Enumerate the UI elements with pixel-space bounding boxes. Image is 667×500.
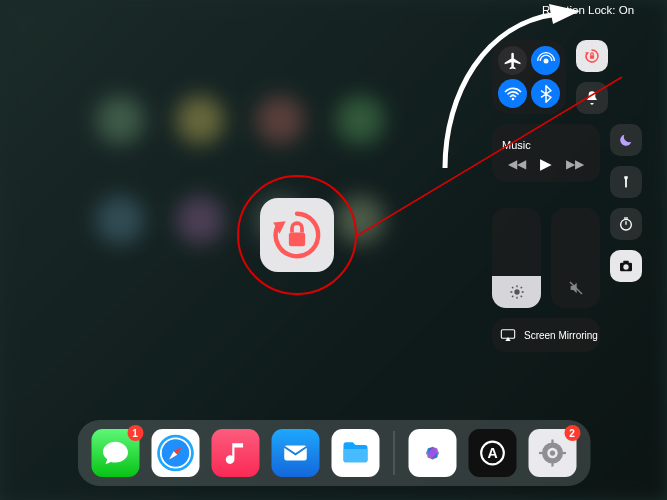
bell-icon — [584, 90, 600, 106]
safari-icon — [153, 431, 197, 475]
svg-point-44 — [549, 450, 554, 455]
timer-button[interactable] — [610, 208, 642, 240]
settings-badge: 2 — [564, 425, 580, 441]
control-center: Music ◀◀ ▶ ▶▶ — [492, 40, 647, 352]
svg-line-10 — [512, 287, 513, 288]
files-app[interactable] — [331, 429, 379, 477]
svg-rect-4 — [590, 55, 594, 58]
dock: 1 A — [77, 420, 590, 486]
music-app[interactable] — [211, 429, 259, 477]
svg-rect-20 — [623, 261, 628, 264]
volume-slider[interactable] — [551, 208, 600, 308]
wifi-toggle[interactable] — [498, 79, 527, 108]
brightness-icon — [509, 284, 525, 300]
flashlight-toggle[interactable] — [610, 166, 642, 198]
rewind-icon[interactable]: ◀◀ — [508, 157, 526, 171]
camera-button[interactable] — [610, 250, 642, 282]
play-icon[interactable]: ▶ — [540, 155, 552, 173]
messages-badge: 1 — [127, 425, 143, 441]
svg-rect-46 — [551, 463, 553, 467]
moon-icon — [618, 132, 634, 148]
svg-rect-48 — [562, 452, 566, 454]
airplane-mode-toggle[interactable] — [498, 46, 527, 75]
screen-mirroring-button[interactable]: Screen Mirroring — [492, 318, 600, 352]
svg-point-1 — [543, 58, 548, 63]
timer-icon — [618, 216, 634, 232]
volume-mute-icon — [568, 280, 584, 296]
airdrop-toggle[interactable] — [531, 46, 560, 75]
music-tile[interactable]: Music ◀◀ ▶ ▶▶ — [492, 124, 600, 182]
rotation-lock-label: Rotation Lock: On — [542, 4, 634, 16]
photos-icon — [415, 436, 449, 470]
screen-mirroring-label: Screen Mirroring — [524, 330, 598, 341]
messages-icon — [100, 438, 130, 468]
a-circle-icon: A — [475, 436, 509, 470]
svg-rect-47 — [539, 452, 543, 454]
dock-separator — [393, 431, 394, 475]
svg-point-5 — [514, 289, 519, 294]
callout-circle — [237, 175, 357, 295]
svg-rect-45 — [551, 440, 553, 444]
forward-icon[interactable]: ▶▶ — [566, 157, 584, 171]
mail-app[interactable] — [271, 429, 319, 477]
photos-app[interactable] — [408, 429, 456, 477]
svg-marker-22 — [505, 337, 510, 341]
do-not-disturb-toggle[interactable] — [610, 124, 642, 156]
settings-icon — [534, 435, 570, 471]
brightness-slider[interactable] — [492, 208, 541, 308]
svg-line-13 — [520, 287, 521, 288]
svg-point-2 — [511, 97, 514, 100]
wifi-icon — [503, 84, 523, 104]
rotation-lock-icon — [583, 47, 601, 65]
screen-mirroring-icon — [500, 328, 516, 342]
bluetooth-toggle[interactable] — [531, 79, 560, 108]
music-note-icon — [222, 440, 248, 466]
silent-mode-toggle[interactable] — [576, 82, 608, 114]
airdrop-icon — [536, 51, 556, 71]
files-icon — [339, 437, 371, 469]
settings-app[interactable]: 2 — [528, 429, 576, 477]
mail-icon — [280, 438, 310, 468]
camera-icon — [618, 258, 634, 274]
svg-text:A: A — [487, 445, 497, 461]
media-controls: ◀◀ ▶ ▶▶ — [508, 155, 584, 173]
connectivity-group — [492, 40, 566, 114]
airplane-icon — [503, 51, 523, 71]
svg-line-12 — [512, 296, 513, 297]
messages-app[interactable]: 1 — [91, 429, 139, 477]
flashlight-icon — [619, 175, 633, 189]
safari-app[interactable] — [151, 429, 199, 477]
bluetooth-icon — [536, 84, 556, 104]
a-circle-app[interactable]: A — [468, 429, 516, 477]
svg-point-19 — [623, 264, 628, 269]
svg-line-11 — [520, 296, 521, 297]
music-title: Music — [502, 139, 531, 151]
svg-rect-31 — [284, 446, 307, 461]
rotation-lock-toggle[interactable] — [576, 40, 608, 72]
